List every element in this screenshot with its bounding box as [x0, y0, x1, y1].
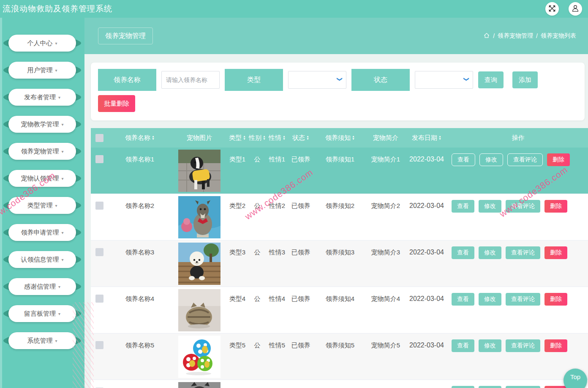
pet-photo: [178, 150, 220, 192]
delete-button[interactable]: 删除: [547, 153, 570, 166]
sidebar-item-7[interactable]: 类型管理 ▾: [8, 197, 76, 214]
row-checkbox[interactable]: [95, 155, 103, 163]
column-header-5[interactable]: 性情▲▼: [267, 134, 288, 142]
breadcrumb-link-current[interactable]: 领养宠物列表: [541, 32, 576, 40]
sidebar-item-3[interactable]: 发布者管理 ▾: [8, 89, 76, 106]
cell-notice: 领养须知3: [314, 240, 366, 287]
sidebar-item-4[interactable]: 宠物教学管理 ▾: [8, 116, 76, 133]
column-header-4[interactable]: 性别▲▼: [248, 134, 267, 142]
sidebar-item-9[interactable]: 认领信息管理 ▾: [8, 251, 76, 268]
action-button[interactable]: 查看评论: [506, 386, 540, 388]
status-label: 状态: [351, 69, 410, 91]
column-header-3[interactable]: 类型▲▼: [227, 134, 248, 142]
action-button[interactable]: 修改: [479, 293, 501, 306]
sidebar-item-label: 感谢信管理: [24, 283, 56, 291]
home-icon[interactable]: [483, 32, 490, 40]
row-checkbox[interactable]: [95, 202, 103, 210]
delete-button[interactable]: 删除: [544, 200, 567, 213]
chevron-down-icon: ▾: [58, 311, 60, 316]
breadcrumb-link-parent[interactable]: 领养宠物管理: [498, 32, 533, 40]
sidebar-item-1[interactable]: 个人中心 ▾: [8, 35, 76, 52]
cell-pet-photo: [172, 240, 227, 287]
cell-gender: 公: [248, 240, 267, 287]
action-button[interactable]: 修改: [479, 246, 501, 259]
sidebar-item-label: 宠物教学管理: [21, 120, 59, 128]
sidebar-item-label: 类型管理: [27, 202, 52, 210]
delete-button[interactable]: 删除: [544, 339, 567, 352]
column-header-10: 操作: [448, 134, 588, 142]
chevron-down-icon: ▾: [55, 203, 57, 208]
adopt-name-input[interactable]: [161, 71, 220, 89]
cell-actions: 查看修改查看评论删除: [448, 240, 588, 287]
sidebar-item-11[interactable]: 留言板管理 ▾: [8, 305, 76, 322]
column-header-6[interactable]: 状态▲▼: [288, 134, 314, 142]
fullscreen-button[interactable]: [545, 2, 559, 16]
cell-intro: 宠物简介4: [366, 287, 405, 333]
cell-type: 类型6: [227, 380, 248, 388]
cell-intro: 宠物简介3: [366, 240, 405, 287]
cell-gender: 公: [248, 194, 267, 240]
chevron-down-icon: ❯: [463, 77, 470, 82]
row-checkbox-cell: [91, 380, 108, 388]
sidebar-item-6[interactable]: 宠物认领管理 ▾: [8, 170, 76, 187]
cell-pet-photo: [172, 148, 227, 194]
action-button[interactable]: 查看: [452, 246, 474, 259]
action-button[interactable]: 查看: [452, 293, 474, 306]
delete-button[interactable]: 删除: [544, 246, 567, 259]
action-button[interactable]: 查看评论: [506, 246, 540, 259]
action-button[interactable]: 修改: [479, 153, 503, 166]
action-button[interactable]: 查看: [452, 200, 474, 213]
row-checkbox-cell: [91, 240, 108, 287]
chevron-down-icon: ▾: [61, 176, 63, 181]
sidebar-item-12[interactable]: 系统管理 ▾: [8, 332, 76, 349]
cell-type: 类型3: [227, 240, 248, 287]
type-select[interactable]: ❯: [288, 71, 346, 89]
cell-status: 已领养: [288, 148, 314, 194]
row-checkbox[interactable]: [95, 341, 103, 349]
sidebar-item-5[interactable]: 领养宠物管理 ▾: [8, 143, 76, 160]
sidebar-item-8[interactable]: 领养申请管理 ▾: [8, 224, 76, 241]
action-button[interactable]: 修改: [479, 200, 501, 213]
user-button[interactable]: [569, 2, 582, 16]
sidebar-item-10[interactable]: 感谢信管理 ▾: [8, 278, 76, 295]
filter-card: 领养名称 类型 ❯ 状态 ❯ 查询 添加 批量删除: [91, 63, 585, 120]
select-all-checkbox[interactable]: [95, 134, 103, 142]
cell-status: 已领养: [288, 380, 314, 388]
action-button[interactable]: 修改: [479, 386, 501, 388]
column-header-2: 宠物图片: [172, 134, 227, 142]
table-row: 领养名称3 类型3 公 性情3 已领养 领养须知3 宠物简介3 2022-03-…: [91, 240, 588, 287]
action-button[interactable]: 修改: [479, 339, 501, 352]
page-tab-button[interactable]: 领养宠物管理: [98, 27, 153, 44]
cell-gender: 公: [248, 333, 267, 380]
select-all-cell: [91, 134, 108, 142]
cell-publish-date: 2022-03-04: [405, 148, 448, 194]
column-header-1[interactable]: 领养名称▲▼: [108, 134, 172, 142]
status-select[interactable]: ❯: [415, 71, 473, 89]
cell-adopt-name: 领养名称6: [108, 380, 172, 388]
action-button[interactable]: 查看评论: [506, 200, 540, 213]
sort-icon: ▲▼: [438, 135, 441, 140]
sidebar-item-2[interactable]: 用户管理 ▾: [8, 62, 76, 79]
action-button[interactable]: 查看评论: [506, 339, 540, 352]
add-button[interactable]: 添加: [512, 71, 538, 88]
sidebar-item-label: 系统管理: [27, 337, 52, 345]
column-header-9[interactable]: 发布日期▲▼: [405, 134, 448, 142]
action-button[interactable]: 查看: [452, 339, 474, 352]
delete-button[interactable]: 删除: [544, 386, 567, 388]
cell-temper: 性情2: [267, 194, 288, 240]
batch-delete-button[interactable]: 批量删除: [98, 95, 135, 112]
row-checkbox-cell: [91, 287, 108, 333]
action-button[interactable]: 查看评论: [506, 293, 540, 306]
breadcrumb: / 领养宠物管理 / 领养宠物列表: [483, 32, 576, 40]
action-button[interactable]: 查看评论: [507, 153, 543, 166]
action-button[interactable]: 查看: [452, 153, 475, 166]
search-button[interactable]: 查询: [478, 71, 504, 88]
action-button[interactable]: 查看: [452, 386, 474, 388]
column-header-7[interactable]: 领养须知▲▼: [314, 134, 366, 142]
row-checkbox-cell: [91, 148, 108, 194]
delete-button[interactable]: 删除: [544, 293, 567, 306]
sidebar-item-label: 个人中心: [27, 39, 52, 47]
row-checkbox[interactable]: [95, 248, 103, 256]
row-checkbox[interactable]: [95, 295, 103, 303]
pet-photo: [178, 336, 220, 378]
